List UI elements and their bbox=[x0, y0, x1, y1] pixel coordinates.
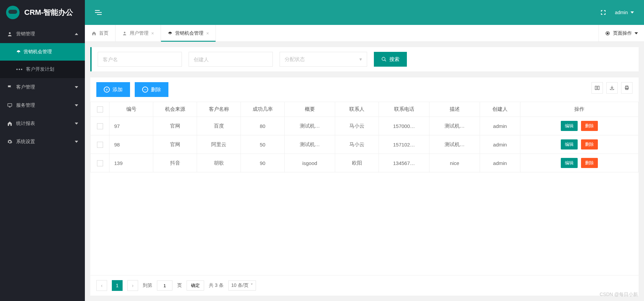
col-rate: 成功几率 bbox=[241, 102, 285, 117]
edit-button[interactable]: 编辑 bbox=[561, 158, 578, 168]
svg-rect-8 bbox=[595, 86, 597, 90]
search-button-label: 搜索 bbox=[389, 56, 399, 63]
page-size-select[interactable]: 10 条/页 ˅ bbox=[228, 280, 256, 291]
dots-icon: ••• bbox=[16, 67, 23, 72]
svg-point-7 bbox=[382, 57, 385, 60]
page-operations-dropdown[interactable]: 页面操作 bbox=[599, 25, 644, 41]
cell-id: 98 bbox=[109, 135, 153, 154]
chevron-down-icon: ˅ bbox=[251, 283, 253, 288]
brand-title: CRM-智能办公 bbox=[24, 7, 73, 18]
creator-input[interactable] bbox=[189, 52, 273, 67]
page-input[interactable] bbox=[157, 280, 172, 291]
topbar: admin bbox=[85, 0, 644, 25]
edit-button[interactable]: 编辑 bbox=[561, 139, 578, 149]
cell-rate: 80 bbox=[241, 117, 285, 135]
sidebar-item-customer[interactable]: 客户管理 bbox=[0, 78, 85, 96]
cell-customer: 阿里云 bbox=[197, 135, 241, 154]
cell-creator: admin bbox=[480, 117, 520, 135]
sidebar-item-settings[interactable]: 系统设置 bbox=[0, 133, 85, 151]
fullscreen-icon[interactable] bbox=[600, 9, 606, 15]
tab-label: 营销机会管理 bbox=[175, 30, 203, 36]
customer-input[interactable] bbox=[98, 52, 182, 67]
table-header-row: 编号 机会来源 客户名称 成功几率 概要 联系人 联系电话 描述 创建人 操作 bbox=[91, 102, 639, 117]
tab-home[interactable]: 首页 bbox=[85, 25, 116, 41]
row-checkbox[interactable] bbox=[97, 123, 103, 129]
close-icon[interactable]: × bbox=[151, 31, 154, 36]
columns-icon[interactable] bbox=[591, 82, 603, 94]
cell-source: 抖音 bbox=[153, 154, 197, 172]
chevron-down-icon bbox=[635, 32, 638, 34]
sidebar-item-marketing[interactable]: 营销管理 bbox=[0, 25, 85, 43]
cell-summary: isgood bbox=[285, 154, 335, 172]
cell-id: 97 bbox=[109, 117, 153, 135]
tabs: 首页 用户管理 × 营销机会管理 × 页面操作 bbox=[85, 25, 644, 42]
sidebar-label: 客户管理 bbox=[16, 84, 35, 90]
svg-point-3 bbox=[124, 32, 126, 33]
cell-customer: 胡歌 bbox=[197, 154, 241, 172]
sidebar: CRM-智能办公 营销管理 营销机会管理 ••• 客户开发计划 bbox=[0, 0, 85, 301]
sidebar-sub-dev-plan[interactable]: ••• 客户开发计划 bbox=[0, 61, 85, 78]
row-delete-button[interactable]: 删除 bbox=[581, 121, 598, 131]
sidebar-label: 统计报表 bbox=[16, 121, 35, 127]
user-dropdown[interactable]: admin bbox=[615, 10, 634, 15]
chevron-down-icon bbox=[75, 123, 78, 125]
next-page-button[interactable]: › bbox=[127, 280, 138, 291]
delete-button[interactable]: − 删除 bbox=[135, 82, 168, 97]
tab-sales-opportunity[interactable]: 营销机会管理 × bbox=[161, 25, 216, 41]
svg-rect-12 bbox=[626, 88, 628, 90]
sidebar-sub-label: 客户开发计划 bbox=[26, 66, 54, 72]
page-number-button[interactable]: 1 bbox=[112, 280, 123, 291]
cell-id: 139 bbox=[109, 154, 153, 172]
page-ops-label: 页面操作 bbox=[613, 30, 632, 36]
edit-button[interactable]: 编辑 bbox=[561, 121, 578, 131]
cell-rate: 50 bbox=[241, 135, 285, 154]
content: 分配状态 ▾ 搜索 + 添加 bbox=[85, 42, 644, 301]
brand-avatar-icon bbox=[6, 6, 20, 19]
sidebar-item-reports[interactable]: 统计报表 bbox=[0, 114, 85, 133]
table-toolbar: + 添加 − 删除 bbox=[90, 77, 639, 102]
dashboard-icon bbox=[16, 49, 21, 54]
print-icon[interactable] bbox=[621, 82, 633, 94]
chevron-down-icon: ▾ bbox=[359, 56, 362, 62]
cell-contact: 欧阳 bbox=[335, 154, 379, 172]
svg-rect-9 bbox=[598, 86, 599, 90]
cell-desc: nice bbox=[429, 154, 480, 172]
menu-toggle-icon[interactable] bbox=[95, 10, 102, 15]
cell-desc: 测试机… bbox=[429, 135, 480, 154]
chevron-down-icon bbox=[631, 11, 634, 13]
export-icon[interactable] bbox=[606, 82, 618, 94]
cell-source: 官网 bbox=[153, 117, 197, 135]
row-checkbox[interactable] bbox=[97, 142, 103, 148]
prev-page-button[interactable]: ‹ bbox=[96, 280, 107, 291]
search-button[interactable]: 搜索 bbox=[374, 52, 407, 67]
col-id: 编号 bbox=[109, 102, 153, 117]
row-delete-button[interactable]: 删除 bbox=[581, 139, 598, 149]
col-ops: 操作 bbox=[520, 102, 639, 117]
svg-point-6 bbox=[607, 33, 608, 34]
cell-summary: 测试机… bbox=[285, 135, 335, 154]
monitor-icon bbox=[7, 103, 13, 108]
sidebar-label: 营销管理 bbox=[16, 31, 35, 37]
row-delete-button[interactable]: 删除 bbox=[581, 158, 598, 168]
row-checkbox[interactable] bbox=[97, 160, 103, 166]
dashboard-icon bbox=[168, 31, 172, 36]
close-icon[interactable]: × bbox=[206, 31, 209, 36]
cell-creator: admin bbox=[480, 135, 520, 154]
chevron-down-icon bbox=[75, 86, 78, 88]
cell-summary: 测试机… bbox=[285, 117, 335, 135]
sidebar-item-service[interactable]: 服务管理 bbox=[0, 96, 85, 114]
delete-button-label: 删除 bbox=[151, 87, 161, 93]
select-all-checkbox[interactable] bbox=[97, 106, 103, 112]
sidebar-sub-label: 营销机会管理 bbox=[24, 49, 52, 55]
brand: CRM-智能办公 bbox=[0, 0, 85, 25]
home-icon bbox=[7, 121, 13, 126]
svg-rect-11 bbox=[626, 86, 628, 87]
state-select[interactable]: 分配状态 ▾ bbox=[280, 52, 367, 67]
tab-user-mgmt[interactable]: 用户管理 × bbox=[116, 25, 161, 41]
add-button[interactable]: + 添加 bbox=[96, 82, 130, 97]
sidebar-sub-sales-opportunity[interactable]: 营销机会管理 bbox=[0, 43, 85, 61]
svg-point-0 bbox=[9, 32, 10, 34]
table-empty-space bbox=[90, 172, 639, 275]
chevron-down-icon bbox=[75, 104, 78, 106]
goto-confirm-button[interactable]: 确定 bbox=[187, 280, 204, 291]
